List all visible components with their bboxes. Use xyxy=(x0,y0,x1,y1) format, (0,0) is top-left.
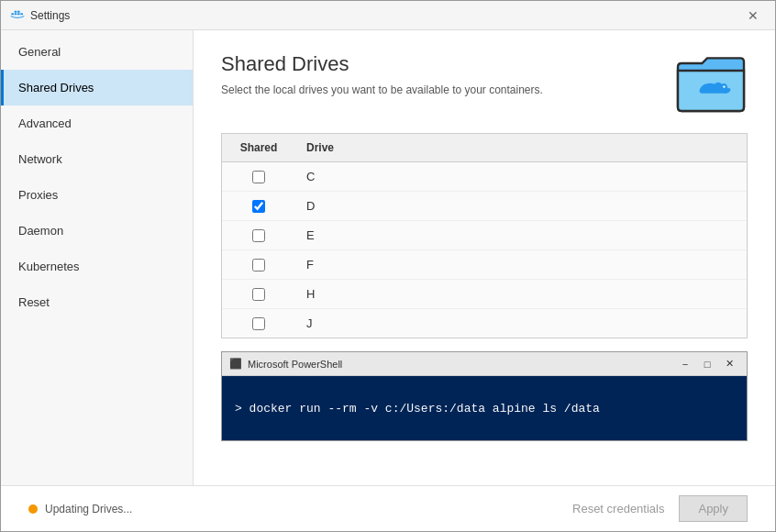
footer: Updating Drives... Reset credentials App… xyxy=(1,485,775,531)
drive-checkbox-cell xyxy=(222,171,295,183)
svg-rect-4 xyxy=(17,10,20,12)
drive-d-checkbox[interactable] xyxy=(252,200,265,213)
sidebar-item-reset[interactable]: Reset xyxy=(1,284,193,320)
svg-rect-3 xyxy=(17,13,20,15)
page-title: Shared Drives xyxy=(221,52,543,76)
table-header: Shared Drive xyxy=(222,134,747,162)
drive-checkbox-cell xyxy=(222,317,295,330)
table-row: E xyxy=(222,221,747,250)
col-header-shared: Shared xyxy=(222,134,295,161)
powershell-window: ⬛ Microsoft PowerShell − □ ✕ > docker ru… xyxy=(221,351,748,441)
drive-f-letter: F xyxy=(295,254,747,275)
drive-h-checkbox[interactable] xyxy=(252,288,265,301)
drive-h-letter: H xyxy=(295,283,747,305)
svg-rect-1 xyxy=(15,13,17,15)
drive-checkbox-cell xyxy=(222,288,295,301)
window-title: Settings xyxy=(30,9,740,22)
ps-minimize-button[interactable]: − xyxy=(675,356,695,372)
settings-window: Settings ✕ General Shared Drives Advance… xyxy=(0,0,776,532)
docker-whale-icon xyxy=(10,8,25,23)
header-row: Shared Drives Select the local drives yo… xyxy=(221,52,748,115)
content-area: General Shared Drives Advanced Network P… xyxy=(1,30,775,485)
sidebar-item-advanced[interactable]: Advanced xyxy=(1,105,193,141)
ps-icon: ⬛ xyxy=(229,358,242,370)
sidebar-item-general[interactable]: General xyxy=(1,34,193,70)
table-row: J xyxy=(222,309,747,338)
drive-f-checkbox[interactable] xyxy=(252,259,265,272)
sidebar-item-network[interactable]: Network xyxy=(1,141,193,177)
table-row: F xyxy=(222,250,747,280)
status-dot xyxy=(28,504,38,514)
table-row: D xyxy=(222,192,747,221)
sidebar-item-shared-drives[interactable]: Shared Drives xyxy=(1,70,193,105)
status-text: Updating Drives... xyxy=(45,503,572,515)
drive-rows-container: CDEFHJ xyxy=(222,162,747,338)
drive-checkbox-cell xyxy=(222,200,295,213)
ps-content: > docker run --rm -v c:/Users:/data alpi… xyxy=(222,376,747,440)
drive-d-letter: D xyxy=(295,195,747,216)
sidebar-item-daemon[interactable]: Daemon xyxy=(1,213,193,249)
drive-e-letter: E xyxy=(295,225,747,246)
ps-close-button[interactable]: ✕ xyxy=(719,356,739,372)
reset-credentials-button[interactable]: Reset credentials xyxy=(572,502,664,515)
table-row: H xyxy=(222,280,747,309)
svg-point-6 xyxy=(723,85,725,87)
ps-controls: − □ ✕ xyxy=(675,356,739,372)
drive-j-checkbox[interactable] xyxy=(252,317,265,330)
svg-rect-0 xyxy=(11,13,14,15)
svg-rect-2 xyxy=(15,10,17,12)
apply-button[interactable]: Apply xyxy=(679,495,748,522)
docker-folder-icon xyxy=(674,49,748,115)
close-button[interactable]: ✕ xyxy=(740,3,766,28)
main-panel: Shared Drives Select the local drives yo… xyxy=(194,30,775,485)
header-text: Shared Drives Select the local drives yo… xyxy=(221,52,543,98)
sidebar: General Shared Drives Advanced Network P… xyxy=(1,30,194,485)
svg-rect-5 xyxy=(20,13,23,15)
drives-table: Shared Drive CDEFHJ xyxy=(221,133,748,338)
drive-e-checkbox[interactable] xyxy=(252,229,265,242)
sidebar-item-proxies[interactable]: Proxies xyxy=(1,177,193,213)
title-bar: Settings ✕ xyxy=(1,1,775,30)
drive-c-letter: C xyxy=(295,166,747,187)
table-row: C xyxy=(222,162,747,192)
ps-title: Microsoft PowerShell xyxy=(248,359,675,370)
ps-title-bar: ⬛ Microsoft PowerShell − □ ✕ xyxy=(222,352,747,376)
col-header-drive: Drive xyxy=(295,134,747,161)
drive-c-checkbox[interactable] xyxy=(252,171,265,183)
ps-maximize-button[interactable]: □ xyxy=(697,356,717,372)
sidebar-item-kubernetes[interactable]: Kubernetes xyxy=(1,249,193,284)
drive-checkbox-cell xyxy=(222,229,295,242)
ps-command-text: > docker run --rm -v c:/Users:/data alpi… xyxy=(235,402,600,416)
drive-j-letter: J xyxy=(295,313,747,334)
drive-checkbox-cell xyxy=(222,259,295,272)
page-description: Select the local drives you want to be a… xyxy=(221,82,543,98)
